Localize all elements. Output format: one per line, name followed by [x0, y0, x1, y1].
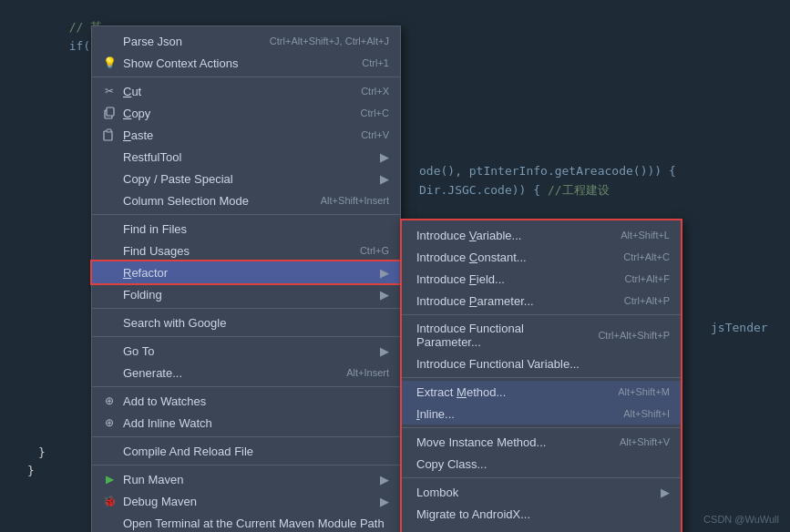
submenu-introduce-parameter[interactable]: Introduce Parameter... Ctrl+Alt+P — [402, 290, 681, 312]
paste-label: Paste — [119, 128, 343, 142]
menu-item-generate[interactable]: Generate... Alt+Insert — [92, 362, 400, 384]
column-selection-shortcut: Alt+Shift+Insert — [321, 195, 389, 206]
introduce-functional-parameter-shortcut: Ctrl+Alt+Shift+P — [598, 330, 670, 341]
introduce-variable-label: Introduce Variable... — [413, 229, 602, 242]
cut-label: Cut — [119, 85, 343, 98]
menu-item-copy[interactable]: Copy Ctrl+C — [92, 102, 400, 124]
menu-item-run-maven[interactable]: ▶ Run Maven ▶ — [92, 468, 400, 490]
menu-item-compile-reload[interactable]: Compile And Reload File — [92, 440, 400, 462]
introduce-functional-variable-label: Introduce Functional Variable... — [413, 357, 651, 371]
run-maven-icon: ▶ — [99, 473, 119, 486]
separator-3 — [92, 308, 400, 309]
submenu-introduce-constant[interactable]: Introduce Constant... Ctrl+Alt+C — [402, 246, 681, 268]
find-in-files-label: Find in Files — [119, 222, 389, 236]
separator-4 — [92, 336, 400, 337]
introduce-functional-parameter-label: Introduce Functional Parameter... — [413, 322, 580, 349]
menu-item-parse-json[interactable]: Parse Json Ctrl+Alt+Shift+J, Ctrl+Alt+J — [92, 30, 400, 52]
restful-tool-label: RestfulTool — [119, 150, 373, 164]
extract-method-label: Extract Method... — [413, 385, 600, 399]
submenu-inline[interactable]: Inline... Alt+Shift+I — [402, 403, 681, 425]
menu-item-paste[interactable]: Paste Ctrl+V — [92, 124, 400, 146]
menu-item-find-in-files[interactable]: Find in Files — [92, 218, 400, 240]
submenu-sep-1 — [402, 314, 681, 315]
submenu-introduce-variable[interactable]: Introduce Variable... Alt+Shift+L — [402, 224, 681, 246]
submenu-sep-2 — [402, 377, 681, 378]
migrate-android-label: Migrate to AndroidX... — [413, 507, 670, 521]
restful-tool-arrow: ▶ — [380, 150, 389, 164]
menu-item-restful-tool[interactable]: RestfulTool ▶ — [92, 146, 400, 168]
menu-item-refactor[interactable]: Refactor ▶ — [92, 261, 400, 283]
folding-arrow: ▶ — [380, 288, 389, 302]
submenu-migrate-android[interactable]: Migrate to AndroidX... — [402, 503, 681, 525]
submenu-introduce-field[interactable]: Introduce Field... Ctrl+Alt+F — [402, 268, 681, 290]
watermark: CSDN @WuWull — [703, 514, 779, 525]
introduce-parameter-label: Introduce Parameter... — [413, 294, 606, 308]
add-watches-label: Add to Watches — [119, 394, 389, 408]
menu-item-cut[interactable]: ✂ Cut Ctrl+X — [92, 80, 400, 102]
add-rtl-label: Add Right-to-Left (RTL) Support... — [413, 529, 670, 533]
submenu-copy-class[interactable]: Copy Class... — [402, 453, 681, 475]
menu-item-open-terminal[interactable]: Open Terminal at the Current Maven Modul… — [92, 512, 400, 532]
introduce-field-shortcut: Ctrl+Alt+F — [624, 273, 670, 284]
separator-1 — [92, 77, 400, 77]
submenu-introduce-functional-parameter[interactable]: Introduce Functional Parameter... Ctrl+A… — [402, 318, 681, 353]
cut-icon: ✂ — [99, 85, 119, 97]
refactor-submenu: Introduce Variable... Alt+Shift+L Introd… — [400, 219, 682, 532]
separator-6 — [92, 436, 400, 437]
introduce-constant-shortcut: Ctrl+Alt+C — [623, 251, 670, 262]
generate-label: Generate... — [119, 366, 328, 380]
menu-item-go-to[interactable]: Go To ▶ — [92, 340, 400, 362]
lombok-label: Lombok — [413, 486, 653, 499]
inline-shortcut: Alt+Shift+I — [623, 408, 670, 419]
add-inline-watch-label: Add Inline Watch — [119, 416, 389, 430]
refactor-label: Refactor — [119, 266, 373, 280]
code-brace-2: } — [27, 464, 35, 477]
menu-item-add-watches[interactable]: ⊕ Add to Watches — [92, 390, 400, 412]
debug-maven-icon: 🐞 — [99, 495, 119, 507]
run-maven-label: Run Maven — [119, 473, 373, 486]
menu-item-add-inline-watch[interactable]: ⊕ Add Inline Watch — [92, 412, 400, 434]
add-watches-icon: ⊕ — [99, 394, 119, 407]
cut-shortcut: Ctrl+X — [361, 86, 389, 97]
menu-item-copy-paste-special[interactable]: Copy / Paste Special ▶ — [92, 168, 400, 189]
paste-shortcut: Ctrl+V — [361, 129, 389, 140]
extract-method-shortcut: Alt+Shift+M — [618, 386, 670, 397]
compile-reload-label: Compile And Reload File — [119, 445, 389, 458]
menu-item-debug-maven[interactable]: 🐞 Debug Maven ▶ — [92, 490, 400, 512]
context-actions-icon: 💡 — [99, 56, 119, 69]
introduce-constant-label: Introduce Constant... — [413, 251, 605, 264]
parse-json-label: Parse Json — [119, 35, 251, 48]
submenu-add-rtl[interactable]: Add Right-to-Left (RTL) Support... — [402, 525, 681, 532]
submenu-sep-3 — [402, 427, 681, 428]
debug-maven-arrow: ▶ — [380, 495, 389, 508]
submenu-lombok[interactable]: Lombok ▶ — [402, 481, 681, 503]
copy-icon — [99, 107, 119, 119]
code-brace: } — [38, 445, 46, 459]
move-instance-method-label: Move Instance Method... — [413, 435, 601, 449]
find-usages-shortcut: Ctrl+G — [360, 245, 389, 256]
menu-item-show-context[interactable]: 💡 Show Context Actions Ctrl+1 — [92, 52, 400, 74]
paste-icon — [99, 128, 119, 141]
menu-item-find-usages[interactable]: Find Usages Ctrl+G — [92, 240, 400, 261]
menu-item-folding[interactable]: Folding ▶ — [92, 283, 400, 305]
move-instance-method-shortcut: Alt+Shift+V — [620, 436, 670, 447]
folding-label: Folding — [119, 288, 373, 302]
open-terminal-label: Open Terminal at the Current Maven Modul… — [119, 517, 389, 530]
search-google-label: Search with Google — [119, 316, 389, 330]
svg-rect-3 — [107, 129, 111, 132]
submenu-extract-method[interactable]: Extract Method... Alt+Shift+M — [402, 381, 681, 403]
go-to-label: Go To — [119, 344, 373, 358]
introduce-field-label: Introduce Field... — [413, 272, 606, 286]
show-context-shortcut: Ctrl+1 — [362, 57, 389, 68]
submenu-introduce-functional-variable[interactable]: Introduce Functional Variable... — [402, 353, 681, 374]
menu-item-search-google[interactable]: Search with Google — [92, 312, 400, 333]
introduce-parameter-shortcut: Ctrl+Alt+P — [624, 295, 670, 306]
separator-5 — [92, 386, 400, 387]
inline-label: Inline... — [413, 407, 605, 421]
introduce-variable-shortcut: Alt+Shift+L — [621, 230, 670, 240]
menu-item-column-selection[interactable]: Column Selection Mode Alt+Shift+Insert — [92, 189, 400, 211]
submenu-move-instance-method[interactable]: Move Instance Method... Alt+Shift+V — [402, 431, 681, 453]
run-maven-arrow: ▶ — [380, 473, 389, 486]
copy-paste-special-label: Copy / Paste Special — [119, 172, 373, 186]
svg-rect-1 — [107, 107, 114, 116]
